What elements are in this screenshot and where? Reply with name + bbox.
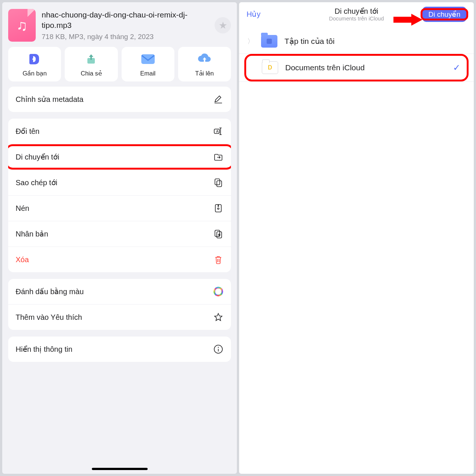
metadata-section: Chỉnh sửa metadata bbox=[8, 87, 231, 112]
file-header: ♫ nhac-chuong-day-di-ong-chau-oi-remix-d… bbox=[2, 2, 237, 47]
folder-white-icon: D bbox=[261, 61, 279, 75]
file-music-icon: ♫ bbox=[8, 9, 36, 42]
share-label: Chia sẻ bbox=[81, 70, 102, 77]
move-to-row[interactable]: Di chuyển tới bbox=[8, 144, 231, 170]
nav-subtitle: Documents trên iCloud bbox=[329, 16, 384, 22]
svg-rect-2 bbox=[141, 54, 155, 64]
share-icon bbox=[85, 53, 97, 65]
share-action[interactable]: Chia sẻ bbox=[65, 47, 118, 81]
duplicate-row[interactable]: Nhân bản bbox=[8, 221, 231, 247]
email-action[interactable]: Email bbox=[122, 47, 174, 81]
right-screen: Hủy Di chuyển tới Documents trên iCloud … bbox=[239, 2, 474, 474]
nav-center: Di chuyển tới Documents trên iCloud bbox=[329, 7, 384, 22]
check-icon: ✓ bbox=[453, 62, 460, 73]
trash-icon bbox=[213, 254, 223, 265]
left-screen: ♫ nhac-chuong-day-di-ong-chau-oi-remix-d… bbox=[2, 2, 237, 474]
delete-row[interactable]: Xóa bbox=[8, 247, 231, 272]
misc-section: Đánh dấu bằng màu Thêm vào Yêu thích bbox=[8, 279, 231, 330]
file-name: nhac-chuong-day-di-ong-chau-oi-remix-dj-… bbox=[42, 10, 209, 31]
home-indicator[interactable] bbox=[92, 468, 148, 470]
quick-action-row: Gần bạn Chia sẻ Email Tải lên bbox=[2, 47, 237, 87]
upload-icon bbox=[197, 54, 212, 65]
arrow-icon bbox=[393, 13, 423, 26]
nearby-label: Gần bạn bbox=[23, 70, 47, 77]
add-favorite-row[interactable]: Thêm vào Yêu thích bbox=[8, 305, 231, 330]
chevron-right-icon: 〉 bbox=[247, 37, 254, 46]
nav-bar: Hủy Di chuyển tới Documents trên iCloud … bbox=[239, 2, 474, 22]
folder-blue-icon bbox=[261, 34, 278, 48]
nearby-action[interactable]: Gần bạn bbox=[8, 47, 61, 81]
info-icon bbox=[213, 344, 223, 354]
zip-icon bbox=[213, 203, 223, 213]
duplicate-icon bbox=[213, 229, 223, 239]
svg-point-12 bbox=[218, 347, 219, 348]
cancel-button[interactable]: Hủy bbox=[247, 10, 260, 19]
show-info-row[interactable]: Hiển thị thông tin bbox=[8, 337, 231, 362]
upload-label: Tải lên bbox=[195, 70, 214, 77]
move-button-wrap: Di chuyển bbox=[422, 10, 466, 19]
move-button[interactable]: Di chuyển bbox=[422, 7, 466, 22]
upload-action[interactable]: Tải lên bbox=[178, 47, 231, 81]
folder-documents-wrap: D Documents trên iCloud ✓ bbox=[244, 55, 469, 80]
nearby-icon bbox=[28, 52, 41, 66]
move-icon bbox=[213, 152, 223, 162]
file-meta: 718 KB, MP3, ngày 4 tháng 2, 2023 bbox=[42, 33, 209, 41]
nav-title: Di chuyển tới bbox=[329, 7, 384, 16]
email-icon bbox=[141, 54, 155, 64]
copy-icon bbox=[213, 177, 223, 188]
zip-row[interactable]: Nén bbox=[8, 196, 231, 221]
info-section: Hiển thị thông tin bbox=[8, 337, 231, 362]
file-info: nhac-chuong-day-di-ong-chau-oi-remix-dj-… bbox=[42, 10, 209, 41]
pencil-icon bbox=[213, 94, 223, 104]
folder-my-files[interactable]: 〉 Tập tin của tôi bbox=[239, 29, 474, 54]
rename-row[interactable]: Đổi tên A bbox=[8, 119, 231, 144]
star-icon bbox=[213, 312, 223, 322]
copy-to-row[interactable]: Sao chép tới bbox=[8, 170, 231, 196]
favorite-star-button[interactable]: ★ bbox=[215, 17, 231, 33]
folder-list: 〉 Tập tin của tôi D Documents trên iClou… bbox=[239, 29, 474, 82]
folder-label: Documents trên iCloud bbox=[285, 63, 365, 72]
color-tag-row[interactable]: Đánh dấu bằng màu bbox=[8, 279, 231, 305]
rename-icon: A bbox=[213, 126, 223, 136]
edit-metadata-row[interactable]: Chỉnh sửa metadata bbox=[8, 87, 231, 112]
color-icon bbox=[213, 286, 223, 297]
svg-point-0 bbox=[32, 58, 34, 60]
folder-label: Tập tin của tôi bbox=[284, 37, 335, 46]
svg-point-8 bbox=[218, 208, 219, 209]
svg-text:A: A bbox=[216, 129, 219, 134]
svg-rect-5 bbox=[215, 179, 220, 185]
email-label: Email bbox=[140, 70, 155, 77]
svg-rect-6 bbox=[217, 181, 222, 187]
file-ops-section: Đổi tên A Di chuyển tới Sao chép tới Nén… bbox=[8, 119, 231, 272]
folder-documents-icloud[interactable]: D Documents trên iCloud ✓ bbox=[244, 55, 469, 80]
